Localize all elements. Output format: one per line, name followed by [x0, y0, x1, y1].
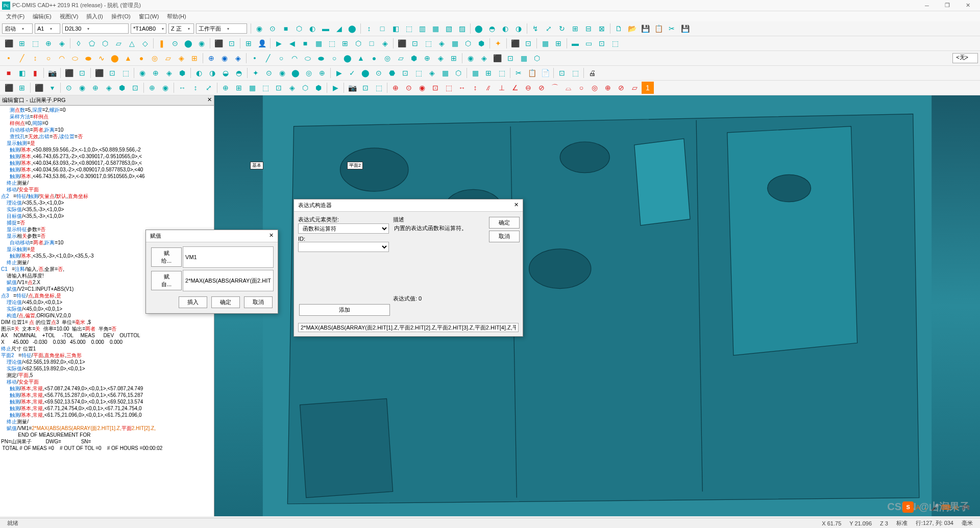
- tool-icon[interactable]: ⊞: [233, 82, 245, 94]
- tool-icon[interactable]: ⬚: [403, 22, 415, 35]
- tool-icon[interactable]: ◉: [416, 82, 428, 94]
- tool-icon[interactable]: ◈: [232, 52, 244, 64]
- tool-icon[interactable]: ⬛: [212, 37, 225, 49]
- plane-icon[interactable]: ▱: [162, 52, 174, 64]
- tool-icon[interactable]: ⬚: [443, 82, 455, 94]
- tool-icon[interactable]: ⊞: [339, 37, 351, 49]
- tool-icon[interactable]: ▦: [312, 37, 325, 49]
- tool-icon[interactable]: ⊞: [448, 52, 460, 64]
- tool-icon[interactable]: ✦: [492, 37, 504, 49]
- tool-icon[interactable]: 1: [642, 82, 654, 94]
- tool-icon[interactable]: ⌒: [549, 82, 561, 94]
- tool-icon[interactable]: ◒: [219, 67, 232, 79]
- tool-icon[interactable]: ⬚: [119, 67, 132, 79]
- tool-icon[interactable]: ◉: [253, 22, 265, 35]
- tool-icon[interactable]: ⬚: [326, 37, 338, 49]
- assign-to-button[interactable]: 赋给...: [151, 247, 182, 267]
- close-button[interactable]: ✕: [958, 0, 978, 11]
- expression-field[interactable]: [298, 323, 519, 332]
- tool-icon[interactable]: ◈: [434, 52, 447, 64]
- set-icon[interactable]: ⊞: [188, 52, 201, 64]
- editor-close[interactable]: ✕: [207, 96, 212, 104]
- tool-icon[interactable]: ⊡: [504, 52, 517, 64]
- tool-icon[interactable]: ◎: [589, 82, 601, 94]
- tool-icon[interactable]: ⊘: [535, 82, 548, 94]
- tool-icon[interactable]: ▶: [273, 37, 285, 49]
- cone-icon[interactable]: ▲: [122, 52, 134, 64]
- sphere-icon[interactable]: ●: [135, 52, 148, 64]
- tool-icon[interactable]: 📂: [626, 22, 638, 35]
- ime-game-icon[interactable]: 🎮: [962, 504, 970, 511]
- tool-icon[interactable]: 🗋: [612, 22, 625, 35]
- tool-icon[interactable]: ◉: [276, 67, 288, 79]
- tool-icon[interactable]: ◓: [486, 22, 498, 35]
- tool-icon[interactable]: ⊡: [76, 67, 88, 79]
- insert-button[interactable]: 插入: [179, 296, 207, 308]
- tool-icon[interactable]: ⬚: [496, 67, 508, 79]
- dialog-close[interactable]: ✕: [514, 202, 519, 209]
- tool-icon[interactable]: ⬤: [346, 22, 358, 35]
- tool-icon[interactable]: ⬢: [116, 82, 128, 94]
- tool-icon[interactable]: ⊡: [106, 67, 118, 79]
- menu-insert[interactable]: 插入(I): [82, 13, 107, 20]
- tool-icon[interactable]: ◉: [195, 37, 208, 49]
- tool-icon[interactable]: ⊡: [399, 67, 411, 79]
- feature-tag[interactable]: 平面2: [347, 162, 363, 169]
- menu-view[interactable]: 视图(V): [56, 13, 83, 20]
- tool-icon[interactable]: ◠: [288, 52, 301, 64]
- tool-icon[interactable]: □: [365, 37, 378, 49]
- play-icon[interactable]: ▶: [329, 82, 341, 94]
- tool-icon[interactable]: ◉: [136, 67, 149, 79]
- ime-icon[interactable]: ，: [922, 502, 929, 512]
- tool-icon[interactable]: ⊞: [242, 37, 255, 49]
- angle-dropdown[interactable]: *T1A0B0: [131, 23, 166, 34]
- tool-icon[interactable]: ⊕: [219, 82, 232, 94]
- tool-icon[interactable]: ⬤: [182, 37, 194, 49]
- menu-file[interactable]: 文件(F): [2, 13, 29, 20]
- tool-icon[interactable]: ⊘: [615, 82, 627, 94]
- tool-icon[interactable]: △: [126, 37, 138, 49]
- cylinder-icon[interactable]: ⬤: [109, 52, 121, 64]
- cut-icon[interactable]: ✂: [512, 67, 525, 79]
- tool-icon[interactable]: ▱: [628, 82, 641, 94]
- tool-icon[interactable]: ⊕: [316, 67, 328, 79]
- tool-icon[interactable]: ⊥: [496, 82, 508, 94]
- tool-icon[interactable]: ⬚: [412, 67, 425, 79]
- tool-icon[interactable]: ▾: [46, 82, 58, 94]
- tool-icon[interactable]: ⬚: [422, 37, 434, 49]
- tool-icon[interactable]: ⬚: [259, 82, 272, 94]
- tool-icon[interactable]: ⬤: [341, 52, 354, 64]
- paste-icon[interactable]: 📄: [539, 67, 551, 79]
- tool-icon[interactable]: ▮: [29, 67, 41, 79]
- tool-icon[interactable]: ▬: [569, 37, 581, 49]
- tool-icon[interactable]: ⬠: [86, 37, 98, 49]
- tool-icon[interactable]: ◧: [16, 67, 28, 79]
- tool-icon[interactable]: ⬡: [299, 82, 311, 94]
- assign-from-button[interactable]: 赋自...: [151, 271, 182, 290]
- feature-tag[interactable]: 基本: [250, 162, 263, 169]
- tool-icon[interactable]: ▦: [449, 37, 461, 49]
- tool-icon[interactable]: ⬢: [312, 82, 325, 94]
- startup-dropdown[interactable]: 启动: [2, 23, 33, 34]
- tool-icon[interactable]: ⊡: [129, 82, 141, 94]
- tool-icon[interactable]: ⊡: [226, 37, 238, 49]
- tool-icon[interactable]: ◑: [206, 67, 218, 79]
- menu-operate[interactable]: 操作(O): [107, 13, 135, 20]
- tool-icon[interactable]: ↯: [529, 22, 542, 35]
- ime-keyboard-icon[interactable]: ⌨: [941, 504, 951, 511]
- assign-from-field[interactable]: [183, 270, 274, 291]
- tool-icon[interactable]: ⊙: [266, 22, 279, 35]
- workplane-dropdown[interactable]: 工作平面: [196, 23, 247, 34]
- tool-icon[interactable]: ◉: [159, 82, 172, 94]
- tool-icon[interactable]: ↕: [189, 82, 202, 94]
- tool-icon[interactable]: ⊙: [373, 67, 385, 79]
- tool-icon[interactable]: ▦: [518, 52, 530, 64]
- alignment-dropdown[interactable]: A1: [35, 23, 60, 34]
- add-button[interactable]: 添加: [299, 304, 390, 316]
- tool-icon[interactable]: ◀: [286, 37, 298, 49]
- circle-icon[interactable]: ○: [42, 52, 55, 64]
- tool-icon[interactable]: ∠: [509, 82, 521, 94]
- tool-icon[interactable]: ⊕: [146, 82, 158, 94]
- tool-icon[interactable]: ⊕: [42, 37, 55, 49]
- cube-icon[interactable]: ⬛: [33, 82, 45, 94]
